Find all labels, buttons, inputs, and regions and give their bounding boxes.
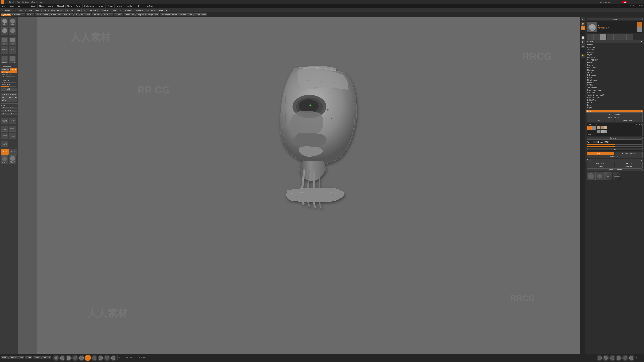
subtool-item-geometry1[interactable]: Geometry <box>586 46 643 49</box>
groupsunite-btn[interactable]: GroupsUnite <box>7 96 18 102</box>
decimate-btn[interactable]: Decimate Current <box>178 13 193 16</box>
subtool-item-displayprops[interactable]: Display Properties <box>586 96 643 99</box>
storeMT-btn[interactable]: StoreMT <box>66 9 74 12</box>
tool-clipcurve[interactable]: ClipCurv SliceCut <box>1 118 8 124</box>
blurMask-btn[interactable]: BlurMask <box>124 9 134 12</box>
subtool-item-subtool[interactable]: Subtool <box>586 43 643 46</box>
import-tex-btn[interactable]: Import <box>587 119 614 122</box>
subtool-item-nanomesh[interactable]: NanoMesh <box>586 51 643 54</box>
nav-stroke[interactable]: Stroke <box>106 4 114 8</box>
thumb1[interactable] <box>587 33 593 40</box>
tool-mirrors[interactable]: Mirrors <box>9 27 16 35</box>
brush-section-header[interactable]: Brush ▼ <box>586 159 643 162</box>
subtool-item-geohd[interactable]: Geometry HD <box>586 59 643 61</box>
nav-zplugin[interactable]: ZPlugin <box>136 4 146 8</box>
nav-picker[interactable]: Picker <box>74 4 83 8</box>
subtool-item-initialize[interactable]: Initialize <box>586 101 643 104</box>
subtool-item-normalmap[interactable]: Normal Map <box>586 91 643 94</box>
bottom-magnify2[interactable] <box>98 355 104 361</box>
tex-swatch-6[interactable] <box>604 130 607 133</box>
visible-tool-btn[interactable]: Visible <box>587 17 643 20</box>
height-slider[interactable] <box>588 146 642 147</box>
nav-edit[interactable]: Edit <box>16 4 23 8</box>
create-shell-btn[interactable]: Create Shell <box>102 13 113 16</box>
tool-chisel[interactable]: Chisel <box>9 37 16 44</box>
nav-movie[interactable]: Movie <box>66 4 74 8</box>
tool-screw-b[interactable]: ScrewB_B <box>1 155 8 164</box>
scale-btn[interactable]: Scale <box>27 9 34 12</box>
laymovie-btn[interactable]: LayMovie <box>1 71 18 73</box>
from-mesh-btn[interactable]: From Mesh <box>587 137 643 140</box>
tool-moveu[interactable]: MoveU <box>9 18 16 26</box>
shrinkMask-btn[interactable]: ShrinkMask <box>157 9 168 12</box>
nav-texture[interactable]: Texture <box>114 4 124 8</box>
groups-slider[interactable] <box>1 86 16 87</box>
bottom-tripoly[interactable] <box>110 355 116 361</box>
nav-zscript[interactable]: ZScript <box>146 4 155 8</box>
nav-transform[interactable]: Transform <box>124 4 136 8</box>
growMask-btn[interactable]: GrowMask <box>134 9 144 12</box>
show-hide-btn[interactable]: ShowHideAt <box>98 9 109 12</box>
image-plane-btn[interactable]: Image Plane <box>587 155 643 158</box>
tex-swatch-1[interactable] <box>597 126 600 129</box>
bottom-claytub[interactable]: CT <box>66 355 72 361</box>
brush-thumb-clay[interactable]: Clay <box>604 172 612 180</box>
subtool-item-import2[interactable]: Import <box>586 104 643 106</box>
subtool-item-polypaint[interactable]: Polypaint <box>586 81 643 84</box>
bottom-rash4[interactable] <box>616 355 622 361</box>
fill-object-btn[interactable]: FillObject <box>4 9 14 12</box>
bottom-rash3[interactable] <box>609 355 615 361</box>
clone-btn[interactable]: Clone <box>50 13 57 16</box>
texture-section-header[interactable]: Texture ▼ <box>586 110 643 113</box>
brush-thumb-1[interactable] <box>587 172 595 180</box>
hidden-btn[interactable]: Hidden... <box>32 357 42 359</box>
nav-draw[interactable]: Draw <box>8 4 16 8</box>
bottom-clay[interactable] <box>59 355 66 361</box>
pre-process-btn[interactable]: Pre-process Current <box>160 13 178 16</box>
delete-symmetry-btn[interactable]: Delete By Symmetry <box>1 93 18 96</box>
tool-zmodeler[interactable]: ZModeler <box>1 37 8 44</box>
subtool-item-uvmap[interactable]: UV Map <box>586 84 643 86</box>
make-polymesh-btn[interactable]: Make PolyMesh3D <box>81 9 98 12</box>
bottom-rash1[interactable] <box>596 355 602 361</box>
lightbox-spotlights-btn[interactable]: Lightbox->Spotlights <box>587 116 643 119</box>
bottom-makesquad[interactable] <box>78 355 84 361</box>
tool-smooth2[interactable]: Smooth <box>9 149 17 155</box>
mirror-weld-btn[interactable]: Mirror And Weld <box>1 96 7 102</box>
polish-features-btn[interactable]: Polish By Features <box>1 107 18 109</box>
strip-icon-tex[interactable]: ▦ <box>581 44 585 48</box>
tool-circleslicin[interactable]: CircSlic SliceCin <box>1 125 8 132</box>
make-poly2-btn[interactable]: Make PolyMesh3D <box>57 13 74 16</box>
duplicate-btn[interactable]: Duplicate <box>92 13 102 16</box>
ztensity-btn[interactable]: ZTensity <box>10 68 18 70</box>
subtool-item-export2[interactable]: Export <box>586 106 643 109</box>
brush-thumb-claybuildup[interactable]: ClayBuildup <box>613 172 621 180</box>
inverse-btn[interactable]: Inverse <box>1 357 8 359</box>
thumb3[interactable] <box>600 33 606 40</box>
masking-btn[interactable]: Masking <box>42 9 50 12</box>
subtool-item-texmap[interactable]: Texture Map <box>586 86 643 89</box>
mat-grey[interactable] <box>637 27 642 32</box>
height-value[interactable]: 256 <box>604 141 609 143</box>
subtool-item-layers[interactable]: Layers <box>586 54 643 56</box>
nav-material[interactable]: Material <box>55 4 66 8</box>
tool-immph[interactable]: IMM PH <box>9 56 16 63</box>
tool-zmodels2[interactable]: ZModels <box>1 56 8 63</box>
grabdoc-btn[interactable]: GrabDoc <box>587 152 614 155</box>
subtool-item-masking[interactable]: Masking <box>586 69 643 71</box>
done-brush-btn[interactable]: Done <box>587 165 614 168</box>
brush-thumb-2[interactable] <box>595 172 604 180</box>
divide-btn[interactable]: Divide <box>1 88 18 90</box>
level-slider[interactable] <box>6 82 16 83</box>
bottom-move[interactable] <box>85 355 91 361</box>
tool-curveB[interactable]: Curveft <box>9 46 16 54</box>
bottom-rash2[interactable] <box>603 355 609 361</box>
sharpenMask-btn[interactable]: SharpenMask <box>144 9 157 12</box>
merge-visible-btn[interactable]: MergeVisible <box>147 13 159 16</box>
strip-icon-render[interactable]: 💡 <box>581 54 585 58</box>
bottom-polsh[interactable] <box>91 355 97 361</box>
tool-trimlas[interactable]: TrimLas TrimLin <box>1 133 8 139</box>
projection-btn[interactable]: Projection 2.12 <box>11 13 25 16</box>
subtool-item-fibermesh[interactable]: FiberMesh <box>586 56 643 59</box>
lightbox-brushes-btn[interactable]: Lightbox->Brushes <box>587 168 643 171</box>
